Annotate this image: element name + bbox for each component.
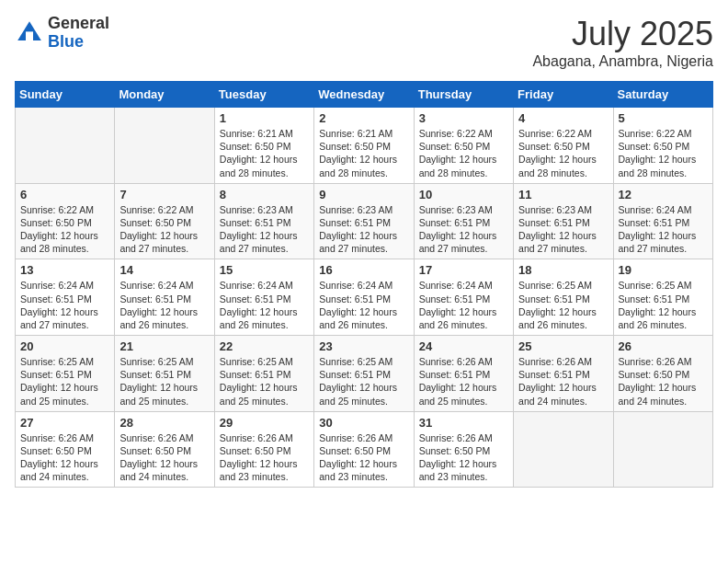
cell-sun-info: Sunrise: 6:24 AMSunset: 6:51 PMDaylight:… (619, 203, 708, 256)
cell-sun-info: Sunrise: 6:24 AMSunset: 6:51 PMDaylight:… (20, 279, 109, 331)
cell-sun-info: Sunrise: 6:25 AMSunset: 6:51 PMDaylight:… (319, 355, 408, 408)
logo-blue: Blue (48, 32, 84, 51)
calendar-cell: 29Sunrise: 6:26 AMSunset: 6:50 PMDayligh… (214, 411, 313, 488)
cell-sun-info: Sunrise: 6:26 AMSunset: 6:50 PMDaylight:… (20, 431, 109, 484)
cell-sun-info: Sunrise: 6:25 AMSunset: 6:51 PMDaylight:… (518, 279, 608, 331)
day-number: 1 (220, 111, 309, 125)
day-header-thursday: Thursday (414, 82, 513, 108)
calendar-cell: 17Sunrise: 6:24 AMSunset: 6:51 PMDayligh… (414, 259, 513, 336)
calendar-week-row: 20Sunrise: 6:25 AMSunset: 6:51 PMDayligh… (16, 336, 713, 412)
calendar-cell: 22Sunrise: 6:25 AMSunset: 6:51 PMDayligh… (214, 336, 313, 412)
logo-general: General (48, 14, 109, 32)
calendar-cell: 20Sunrise: 6:25 AMSunset: 6:51 PMDayligh… (16, 336, 115, 412)
calendar-cell: 10Sunrise: 6:23 AMSunset: 6:51 PMDayligh… (414, 183, 513, 259)
day-number: 5 (619, 111, 708, 125)
cell-sun-info: Sunrise: 6:26 AMSunset: 6:51 PMDaylight:… (419, 355, 508, 408)
cell-sun-info: Sunrise: 6:24 AMSunset: 6:51 PMDaylight:… (119, 279, 209, 331)
cell-sun-info: Sunrise: 6:22 AMSunset: 6:50 PMDaylight:… (518, 127, 608, 179)
logo-icon (15, 18, 44, 48)
day-header-tuesday: Tuesday (214, 82, 313, 108)
cell-sun-info: Sunrise: 6:23 AMSunset: 6:51 PMDaylight:… (518, 203, 608, 256)
cell-sun-info: Sunrise: 6:26 AMSunset: 6:50 PMDaylight:… (220, 431, 309, 484)
cell-sun-info: Sunrise: 6:22 AMSunset: 6:50 PMDaylight:… (119, 203, 209, 256)
day-number: 25 (518, 339, 608, 353)
cell-sun-info: Sunrise: 6:26 AMSunset: 6:50 PMDaylight:… (419, 431, 508, 484)
day-number: 11 (518, 188, 608, 201)
day-number: 9 (319, 188, 408, 201)
title-block: July 2025 Abagana, Anambra, Nigeria (532, 15, 713, 70)
calendar-week-row: 6Sunrise: 6:22 AMSunset: 6:50 PMDaylight… (16, 183, 713, 259)
cell-sun-info: Sunrise: 6:21 AMSunset: 6:50 PMDaylight:… (319, 127, 408, 179)
location-title: Abagana, Anambra, Nigeria (532, 53, 713, 70)
cell-sun-info: Sunrise: 6:26 AMSunset: 6:50 PMDaylight:… (119, 431, 209, 484)
day-header-wednesday: Wednesday (314, 82, 414, 108)
day-number: 18 (518, 263, 608, 277)
cell-sun-info: Sunrise: 6:25 AMSunset: 6:51 PMDaylight:… (619, 279, 708, 331)
calendar-cell: 9Sunrise: 6:23 AMSunset: 6:51 PMDaylight… (314, 183, 414, 259)
day-number: 12 (619, 188, 708, 201)
cell-sun-info: Sunrise: 6:25 AMSunset: 6:51 PMDaylight:… (119, 355, 209, 408)
cell-sun-info: Sunrise: 6:22 AMSunset: 6:50 PMDaylight:… (619, 127, 708, 179)
calendar-cell: 3Sunrise: 6:22 AMSunset: 6:50 PMDaylight… (414, 108, 513, 184)
calendar-cell: 12Sunrise: 6:24 AMSunset: 6:51 PMDayligh… (613, 183, 712, 259)
calendar-week-row: 27Sunrise: 6:26 AMSunset: 6:50 PMDayligh… (16, 411, 713, 488)
calendar-table: SundayMondayTuesdayWednesdayThursdayFrid… (15, 81, 713, 488)
calendar-cell: 23Sunrise: 6:25 AMSunset: 6:51 PMDayligh… (314, 336, 414, 412)
calendar-cell (514, 411, 613, 488)
cell-sun-info: Sunrise: 6:26 AMSunset: 6:50 PMDaylight:… (619, 355, 708, 408)
cell-sun-info: Sunrise: 6:23 AMSunset: 6:51 PMDaylight:… (419, 203, 508, 256)
day-number: 15 (220, 263, 309, 277)
day-number: 30 (319, 416, 408, 430)
cell-sun-info: Sunrise: 6:23 AMSunset: 6:51 PMDaylight:… (220, 203, 309, 256)
calendar-cell: 5Sunrise: 6:22 AMSunset: 6:50 PMDaylight… (613, 108, 712, 184)
cell-sun-info: Sunrise: 6:25 AMSunset: 6:51 PMDaylight:… (220, 355, 309, 408)
month-title: July 2025 (532, 15, 713, 53)
day-header-saturday: Saturday (613, 82, 712, 108)
calendar-cell (115, 108, 214, 184)
calendar-cell: 1Sunrise: 6:21 AMSunset: 6:50 PMDaylight… (214, 108, 313, 184)
day-number: 23 (319, 339, 408, 353)
calendar-cell: 6Sunrise: 6:22 AMSunset: 6:50 PMDaylight… (16, 183, 115, 259)
page-header: General Blue July 2025 Abagana, Anambra,… (15, 15, 713, 70)
calendar-cell: 21Sunrise: 6:25 AMSunset: 6:51 PMDayligh… (115, 336, 214, 412)
calendar-cell: 31Sunrise: 6:26 AMSunset: 6:50 PMDayligh… (414, 411, 513, 488)
calendar-cell (613, 411, 712, 488)
cell-sun-info: Sunrise: 6:26 AMSunset: 6:50 PMDaylight:… (319, 431, 408, 484)
day-number: 20 (20, 339, 109, 353)
day-number: 6 (20, 188, 109, 201)
calendar-cell: 24Sunrise: 6:26 AMSunset: 6:51 PMDayligh… (414, 336, 513, 412)
cell-sun-info: Sunrise: 6:26 AMSunset: 6:51 PMDaylight:… (518, 355, 608, 408)
calendar-cell: 16Sunrise: 6:24 AMSunset: 6:51 PMDayligh… (314, 259, 414, 336)
calendar-cell: 11Sunrise: 6:23 AMSunset: 6:51 PMDayligh… (514, 183, 613, 259)
day-number: 24 (419, 339, 508, 353)
cell-sun-info: Sunrise: 6:24 AMSunset: 6:51 PMDaylight:… (319, 279, 408, 331)
day-number: 22 (220, 339, 309, 353)
calendar-cell: 14Sunrise: 6:24 AMSunset: 6:51 PMDayligh… (115, 259, 214, 336)
calendar-cell (16, 108, 115, 184)
calendar-cell: 13Sunrise: 6:24 AMSunset: 6:51 PMDayligh… (16, 259, 115, 336)
day-number: 10 (419, 188, 508, 201)
calendar-cell: 15Sunrise: 6:24 AMSunset: 6:51 PMDayligh… (214, 259, 313, 336)
day-header-friday: Friday (514, 82, 613, 108)
logo: General Blue (15, 15, 109, 52)
calendar-cell: 8Sunrise: 6:23 AMSunset: 6:51 PMDaylight… (214, 183, 313, 259)
cell-sun-info: Sunrise: 6:23 AMSunset: 6:51 PMDaylight:… (319, 203, 408, 256)
day-number: 28 (119, 416, 209, 430)
day-number: 31 (419, 416, 508, 430)
calendar-header-row: SundayMondayTuesdayWednesdayThursdayFrid… (16, 82, 713, 108)
day-header-monday: Monday (115, 82, 214, 108)
day-number: 29 (220, 416, 309, 430)
calendar-cell: 19Sunrise: 6:25 AMSunset: 6:51 PMDayligh… (613, 259, 712, 336)
day-number: 8 (220, 188, 309, 201)
cell-sun-info: Sunrise: 6:22 AMSunset: 6:50 PMDaylight:… (419, 127, 508, 179)
calendar-cell: 7Sunrise: 6:22 AMSunset: 6:50 PMDaylight… (115, 183, 214, 259)
calendar-week-row: 1Sunrise: 6:21 AMSunset: 6:50 PMDaylight… (16, 108, 713, 184)
day-number: 21 (119, 339, 209, 353)
calendar-cell: 2Sunrise: 6:21 AMSunset: 6:50 PMDaylight… (314, 108, 414, 184)
day-number: 19 (619, 263, 708, 277)
calendar-cell: 18Sunrise: 6:25 AMSunset: 6:51 PMDayligh… (514, 259, 613, 336)
calendar-week-row: 13Sunrise: 6:24 AMSunset: 6:51 PMDayligh… (16, 259, 713, 336)
day-number: 14 (119, 263, 209, 277)
day-number: 3 (419, 111, 508, 125)
day-header-sunday: Sunday (16, 82, 115, 108)
